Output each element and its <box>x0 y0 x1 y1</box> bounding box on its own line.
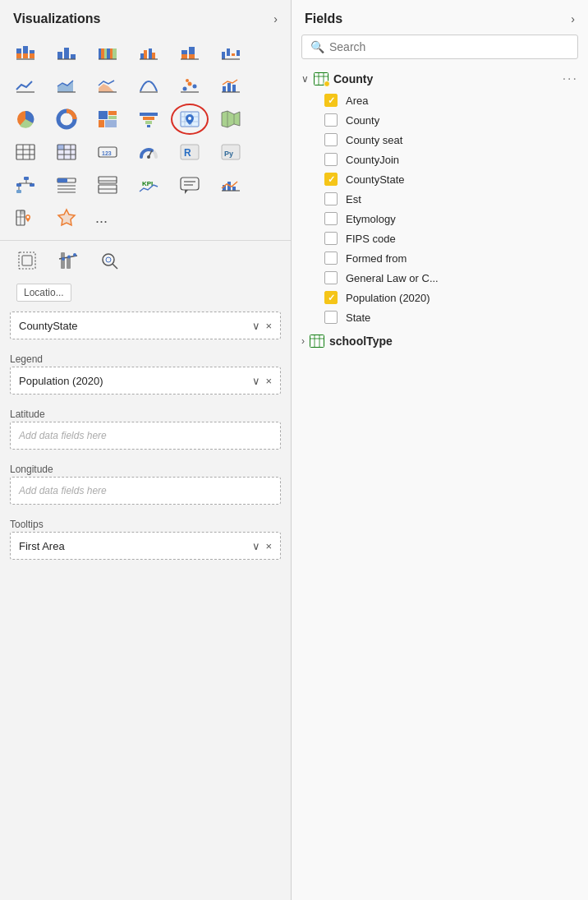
bar-chart-icon[interactable] <box>48 38 85 69</box>
more-icon[interactable]: ... <box>89 202 128 233</box>
longitude-placeholder: Add data fields here <box>19 485 107 496</box>
line-chart-icon[interactable] <box>7 71 44 102</box>
school-table-header[interactable]: › schoolType <box>298 330 581 352</box>
tooltips-chevron[interactable]: ∨ <box>252 540 260 552</box>
waterfall-icon[interactable] <box>212 38 250 69</box>
search-input[interactable] <box>329 40 569 53</box>
viz-panel-expand[interactable]: › <box>273 12 278 25</box>
field-checkbox[interactable] <box>324 232 338 245</box>
format-button[interactable] <box>10 246 44 275</box>
analytics-button[interactable] <box>51 246 85 275</box>
county-table-more[interactable]: ··· <box>563 72 578 86</box>
funnel-icon[interactable] <box>130 104 168 135</box>
field-row[interactable]: Est <box>298 189 581 209</box>
num-card-icon[interactable]: 123 <box>89 136 126 168</box>
r-script-icon[interactable]: R <box>171 136 209 168</box>
svg-rect-82 <box>24 177 29 180</box>
field-row[interactable]: Population (2020) <box>298 288 581 307</box>
field-row[interactable]: Area <box>298 90 581 110</box>
county-table-header[interactable]: ∨ County ··· <box>298 67 581 90</box>
pie-chart-icon[interactable] <box>7 104 44 135</box>
svg-rect-29 <box>227 48 230 56</box>
field-row[interactable]: General Law or C... <box>298 268 581 288</box>
field-checkbox[interactable] <box>324 113 338 127</box>
county-chevron[interactable]: ∨ <box>301 73 309 85</box>
donut-icon[interactable] <box>48 104 85 135</box>
tooltips-well[interactable]: First Area ∨ × <box>10 532 281 560</box>
latitude-well[interactable]: Add data fields here <box>10 422 281 450</box>
multi-row-card-icon[interactable] <box>89 169 126 201</box>
svg-rect-46 <box>232 85 236 92</box>
svg-rect-0 <box>16 48 21 53</box>
longitude-label: Longitude <box>10 464 53 475</box>
matrix-icon[interactable] <box>48 136 85 168</box>
field-checkbox[interactable] <box>324 271 338 284</box>
school-table-name: schoolType <box>329 335 578 348</box>
kpi-icon[interactable]: KPI <box>130 169 168 201</box>
map-icon[interactable] <box>171 104 209 135</box>
py-script-icon[interactable]: Py <box>212 136 250 168</box>
svg-point-120 <box>73 253 76 256</box>
grouped-bar-icon[interactable] <box>130 38 168 69</box>
field-checkbox[interactable] <box>324 94 338 107</box>
combo-icon[interactable] <box>212 71 250 102</box>
fields-title: Fields <box>305 12 342 26</box>
field-checkbox[interactable] <box>324 133 338 146</box>
svg-point-42 <box>186 79 189 82</box>
field-row[interactable]: CountyJoin <box>298 150 581 169</box>
field-name-label: Area <box>346 95 368 107</box>
field-row[interactable]: FIPS code <box>298 228 581 248</box>
county-state-well[interactable]: CountyState ∨ × <box>10 312 281 339</box>
field-search-button[interactable] <box>92 246 126 275</box>
svg-point-77 <box>147 155 150 159</box>
field-checkbox[interactable] <box>324 252 338 265</box>
field-row[interactable]: County <box>298 110 581 130</box>
field-checkbox[interactable] <box>324 291 338 304</box>
search-box[interactable]: 🔍 <box>301 35 578 59</box>
tooltips-close[interactable]: × <box>265 540 272 552</box>
field-checkbox[interactable] <box>324 311 338 324</box>
county-state-close[interactable]: × <box>265 320 272 332</box>
svg-rect-71 <box>57 145 64 150</box>
field-row[interactable]: CountyState <box>298 169 581 189</box>
svg-rect-52 <box>108 111 117 115</box>
speech-bubble-icon[interactable] <box>171 169 209 201</box>
svg-rect-45 <box>227 83 231 92</box>
field-row[interactable]: State <box>298 307 581 327</box>
gauge-icon[interactable] <box>130 136 168 168</box>
treemap-icon[interactable] <box>89 104 126 135</box>
100pct-bar-icon[interactable] <box>89 38 126 69</box>
slicer-icon[interactable] <box>48 169 85 201</box>
legend-close[interactable]: × <box>265 375 272 387</box>
filled-map-icon[interactable] <box>212 104 250 135</box>
line-area-icon[interactable] <box>89 71 126 102</box>
field-row[interactable]: County seat <box>298 130 581 150</box>
legend-chevron[interactable]: ∨ <box>252 375 260 387</box>
stacked-col-icon[interactable] <box>171 38 209 69</box>
tooltips-label: Tooltips <box>10 519 44 530</box>
legend-well[interactable]: Population (2020) ∨ × <box>10 367 281 395</box>
stacked-bar-chart-icon[interactable] <box>7 38 44 69</box>
ribbon-icon[interactable] <box>130 71 168 102</box>
svg-rect-15 <box>110 48 113 59</box>
location-map-icon[interactable] <box>7 202 44 233</box>
fields-panel-expand[interactable]: › <box>571 12 575 25</box>
area-chart-icon[interactable] <box>48 71 85 102</box>
school-chevron[interactable]: › <box>301 335 305 347</box>
table-viz-icon[interactable] <box>7 136 44 168</box>
viz-icon-grid: 123 R Py <box>0 35 291 237</box>
field-checkbox[interactable] <box>324 173 338 186</box>
svg-rect-2 <box>23 46 28 53</box>
field-checkbox[interactable] <box>324 212 338 225</box>
field-row[interactable]: Etymology <box>298 209 581 228</box>
legend-actions: ∨ × <box>252 375 272 387</box>
decomp-tree-icon[interactable] <box>7 169 44 201</box>
field-checkbox[interactable] <box>324 192 338 205</box>
bar-area-icon[interactable] <box>212 169 250 201</box>
field-checkbox[interactable] <box>324 153 338 166</box>
field-row[interactable]: Formed from <box>298 248 581 268</box>
custom-chart-icon[interactable] <box>48 202 85 233</box>
scatter-icon[interactable] <box>171 71 209 102</box>
county-state-chevron[interactable]: ∨ <box>252 320 260 332</box>
longitude-well[interactable]: Add data fields here <box>10 477 281 505</box>
